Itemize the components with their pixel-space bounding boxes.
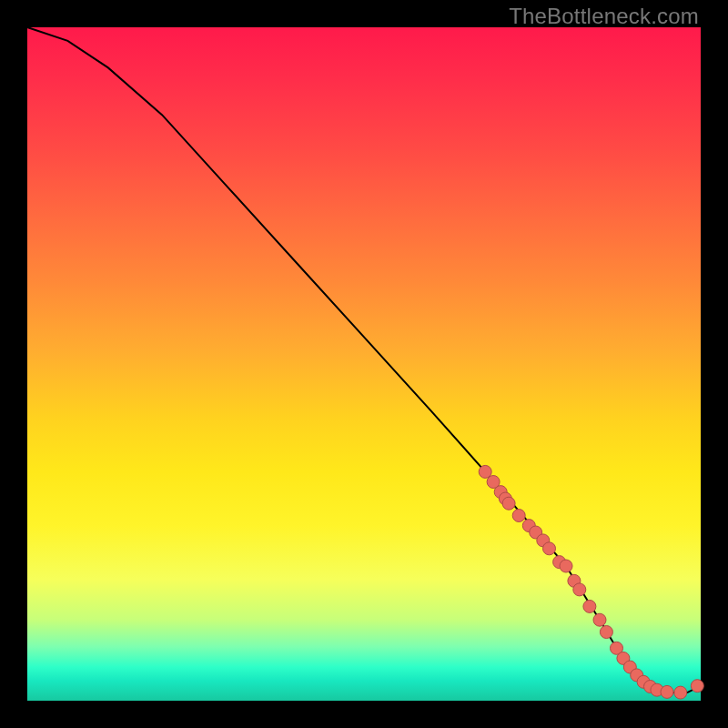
data-marker [583, 600, 596, 612]
data-marker [661, 685, 673, 698]
plot-area [27, 27, 701, 701]
watermark-text: TheBottleneck.com [509, 4, 699, 29]
bottleneck-curve [27, 27, 701, 693]
marker-group [479, 465, 703, 699]
chart-stage: TheBottleneck.com [0, 0, 728, 728]
data-marker [543, 542, 556, 555]
data-marker [560, 560, 572, 572]
data-marker [691, 680, 703, 693]
data-marker [674, 686, 687, 699]
data-marker [593, 613, 606, 626]
data-marker [502, 497, 515, 510]
curve-layer [27, 27, 701, 701]
data-marker [600, 626, 612, 639]
data-marker [573, 583, 586, 596]
data-marker [512, 510, 525, 522]
